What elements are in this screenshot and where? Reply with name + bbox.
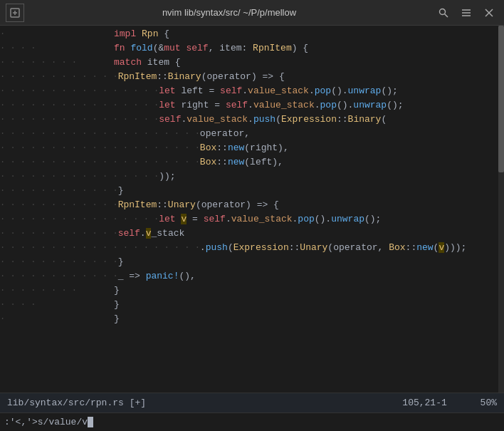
- close-button[interactable]: [480, 4, 498, 22]
- code-line-1: · impl Rpn {: [0, 28, 504, 43]
- code-line-2: · · · · fn fold(&mut self, item: RpnItem…: [0, 43, 504, 57]
- code-line-17: · · · · · · · · · · · · }: [0, 256, 504, 271]
- command-text: :'<,'>s/value/v: [4, 417, 88, 427]
- status-file: lib/syntax/src/rpn.rs [+]: [7, 398, 146, 408]
- code-line-6: · · · · · · · · · · · · · · · · let righ…: [0, 100, 504, 114]
- status-bar: lib/syntax/src/rpn.rs [+] 105,21-1 50%: [0, 393, 504, 412]
- code-line-14: · · · · · · · · · · · · · · · · let v = …: [0, 214, 504, 228]
- scrollbar-thumb[interactable]: [498, 26, 504, 172]
- new-tab-button[interactable]: [6, 4, 24, 22]
- svg-point-3: [439, 9, 445, 14]
- cursor-position: 105,21-1: [402, 398, 446, 408]
- command-cursor: [88, 417, 93, 427]
- code-line-5: · · · · · · · · · · · · · · · · let left…: [0, 85, 504, 100]
- code-line-20: · · · · }: [0, 299, 504, 313]
- code-line-16: · · · · · · · · · · · · · · · · · · · · …: [0, 242, 504, 256]
- code-line-8: · · · · · · · · · · · · · · · · · · · · …: [0, 128, 504, 142]
- title-bar: nvim lib/syntax/src/ ~/P/p/mellow: [0, 0, 504, 26]
- window-title: nvim lib/syntax/src/ ~/P/p/mellow: [162, 7, 296, 18]
- code-line-4: · · · · · · · · · · · · RpnItem::Binary(…: [0, 71, 504, 85]
- code-line-18: · · · · · · · · · · · · _ => panic!(),: [0, 271, 504, 285]
- scrollbar[interactable]: [498, 26, 504, 393]
- search-button[interactable]: [434, 4, 453, 22]
- svg-line-4: [444, 14, 448, 17]
- code-line-21: · }: [0, 313, 504, 328]
- code-line-13: · · · · · · · · · · · · RpnItem::Unary(o…: [0, 199, 504, 214]
- code-line-10: · · · · · · · · · · · · · · · · · · · · …: [0, 157, 504, 171]
- title-bar-right: [434, 4, 498, 22]
- code-line-9: · · · · · · · · · · · · · · · · · · · · …: [0, 142, 504, 157]
- code-line-12: · · · · · · · · · · · · }: [0, 185, 504, 199]
- menu-button[interactable]: [457, 4, 476, 22]
- code-line-3: · · · · · · · · match item {: [0, 57, 504, 71]
- title-bar-left: [6, 4, 24, 22]
- scroll-percent: 50%: [481, 398, 497, 408]
- code-line-7: · · · · · · · · · · · · · · · · self.val…: [0, 114, 504, 128]
- editor-area: · impl Rpn { · · · · fn fold(&mut self, …: [0, 26, 504, 393]
- status-position: 105,21-1 50%: [402, 398, 497, 408]
- command-bar[interactable]: :'<,'>s/value/v: [0, 412, 504, 431]
- code-line-19: · · · · · · · · }: [0, 285, 504, 299]
- code-line-11: · · · · · · · · · · · · · · · · ));: [0, 171, 504, 185]
- code-line-15: · · · · · · · · · · · · self.v_stack: [0, 228, 504, 242]
- line-indent: ·: [0, 29, 114, 39]
